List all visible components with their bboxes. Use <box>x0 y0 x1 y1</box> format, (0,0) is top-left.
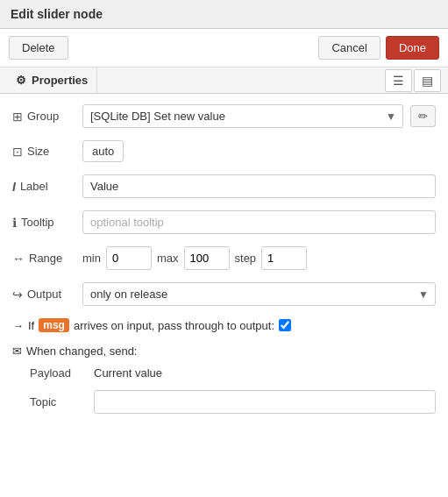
passthrough-text-2: arrives on input, pass through to output… <box>74 319 274 332</box>
range-label-text: Range <box>29 252 62 265</box>
tabs-bar: ⚙ Properties ☰ ▤ <box>0 67 448 94</box>
size-value: auto <box>82 140 124 162</box>
content-area: ⊞ Group [SQLite DB] Set new value ▼ ✏ ⊡ … <box>0 94 448 486</box>
output-select-wrap: only on release continuously ▼ <box>82 282 436 306</box>
range-label: ↔ Range <box>12 252 75 266</box>
title-text: Edit slider node <box>11 7 103 21</box>
list-icon-button[interactable]: ☰ <box>385 69 412 92</box>
size-icon: ⊡ <box>12 145 23 159</box>
range-step-input[interactable] <box>261 246 307 270</box>
label-row: I Label <box>12 174 436 198</box>
title-bar: Edit slider node <box>0 0 448 29</box>
label-input[interactable] <box>82 174 436 198</box>
topic-input[interactable] <box>94 390 436 414</box>
text-icon: I <box>12 180 16 194</box>
group-label: ⊞ Group <box>12 110 75 124</box>
group-row: ⊞ Group [SQLite DB] Set new value ▼ ✏ <box>12 104 436 128</box>
passthrough-checkbox[interactable] <box>279 319 291 331</box>
tooltip-row: ℹ Tooltip <box>12 210 436 234</box>
passthrough-row: → If msg arrives on input, pass through … <box>12 318 436 332</box>
done-button[interactable]: Done <box>386 36 439 60</box>
toolbar: Delete Cancel Done <box>0 29 448 67</box>
toolbar-right: Cancel Done <box>318 36 439 60</box>
msg-badge: msg <box>39 318 69 332</box>
passthrough-text-1: If <box>28 319 34 332</box>
range-row: ↔ Range min max step <box>12 246 436 270</box>
step-label: step <box>235 252 257 265</box>
group-select[interactable]: [SQLite DB] Set new value <box>82 104 403 128</box>
toolbar-left: Delete <box>9 36 68 60</box>
range-min-input[interactable] <box>106 246 152 270</box>
range-icon: ↔ <box>12 252 25 266</box>
topic-row: Topic <box>12 390 436 414</box>
when-changed-label: When changed, send: <box>26 344 137 358</box>
payload-label: Payload <box>30 366 87 380</box>
size-label: ⊡ Size <box>12 145 75 159</box>
min-label: min <box>82 252 101 265</box>
output-select[interactable]: only on release continuously <box>82 282 436 306</box>
output-label: ↪ Output <box>12 288 75 302</box>
tooltip-input[interactable] <box>82 210 436 234</box>
grid-icon-button[interactable]: ▤ <box>414 69 441 92</box>
max-label: max <box>157 252 179 265</box>
range-inputs: min max step <box>82 246 307 270</box>
arrow-right-icon: → <box>12 319 24 332</box>
payload-row: Payload Current value <box>12 366 436 380</box>
output-row: ↪ Output only on release continuously ▼ <box>12 282 436 306</box>
delete-button[interactable]: Delete <box>9 36 68 60</box>
label-label-text: Label <box>20 180 48 193</box>
group-select-wrap: [SQLite DB] Set new value ▼ <box>82 104 403 128</box>
cancel-button[interactable]: Cancel <box>318 36 380 60</box>
when-changed-title: ✉ When changed, send: <box>12 344 436 358</box>
gear-icon: ⚙ <box>16 74 26 87</box>
topic-label: Topic <box>30 395 87 408</box>
info-icon: ℹ <box>12 216 17 230</box>
payload-value: Current value <box>94 366 162 380</box>
table-icon: ⊞ <box>12 110 23 124</box>
when-changed-section: ✉ When changed, send: Payload Current va… <box>12 344 436 414</box>
label-label: I Label <box>12 180 75 194</box>
output-label-text: Output <box>27 288 61 301</box>
tooltip-label-text: Tooltip <box>21 216 54 229</box>
group-label-text: Group <box>27 110 59 123</box>
envelope-icon: ✉ <box>12 344 22 358</box>
tooltip-label: ℹ Tooltip <box>12 216 75 230</box>
range-max-input[interactable] <box>184 246 230 270</box>
size-row: ⊡ Size auto <box>12 140 436 162</box>
tab-properties-label: Properties <box>32 74 88 87</box>
tab-icon-group: ☰ ▤ <box>385 69 441 92</box>
output-icon: ↪ <box>12 288 23 302</box>
size-label-text: Size <box>27 145 49 158</box>
properties-tab[interactable]: ⚙ Properties <box>7 67 97 93</box>
group-edit-button[interactable]: ✏ <box>410 105 436 127</box>
